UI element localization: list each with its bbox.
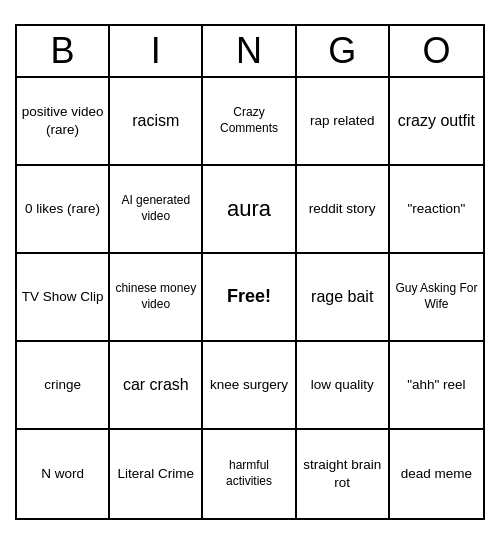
bingo-cell: cringe [17, 342, 110, 430]
bingo-cell: reddit story [297, 166, 390, 254]
bingo-letter: N [203, 26, 296, 76]
bingo-cell: 0 likes (rare) [17, 166, 110, 254]
bingo-cell: car crash [110, 342, 203, 430]
bingo-cell: Crazy Comments [203, 78, 296, 166]
bingo-cell: Guy Asking For Wife [390, 254, 483, 342]
bingo-cell: low quality [297, 342, 390, 430]
bingo-cell: TV Show Clip [17, 254, 110, 342]
bingo-cell: "reaction" [390, 166, 483, 254]
bingo-cell: crazy outfit [390, 78, 483, 166]
bingo-cell: racism [110, 78, 203, 166]
bingo-cell: N word [17, 430, 110, 518]
bingo-cell: "ahh" reel [390, 342, 483, 430]
bingo-cell: Free! [203, 254, 296, 342]
bingo-cell: straight brain rot [297, 430, 390, 518]
bingo-header: BINGO [17, 26, 483, 78]
bingo-cell: rap related [297, 78, 390, 166]
bingo-grid: positive video (rare)racismCrazy Comment… [17, 78, 483, 518]
bingo-cell: harmful activities [203, 430, 296, 518]
bingo-cell: AI generated video [110, 166, 203, 254]
bingo-cell: dead meme [390, 430, 483, 518]
bingo-letter: I [110, 26, 203, 76]
bingo-cell: Literal Crime [110, 430, 203, 518]
bingo-letter: O [390, 26, 483, 76]
bingo-cell: knee surgery [203, 342, 296, 430]
bingo-cell: chinese money video [110, 254, 203, 342]
bingo-cell: positive video (rare) [17, 78, 110, 166]
bingo-cell: aura [203, 166, 296, 254]
bingo-cell: rage bait [297, 254, 390, 342]
bingo-board: BINGO positive video (rare)racismCrazy C… [15, 24, 485, 520]
bingo-letter: B [17, 26, 110, 76]
bingo-letter: G [297, 26, 390, 76]
